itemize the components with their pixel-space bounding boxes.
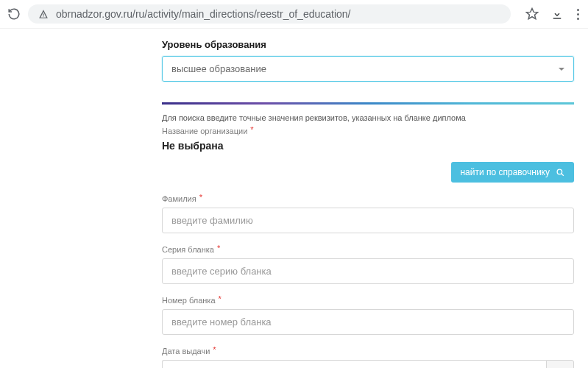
browser-toolbar: obrnadzor.gov.ru/ru/activity/main_direct…: [0, 0, 588, 29]
number-input[interactable]: [162, 309, 574, 335]
required-mark: *: [250, 125, 253, 134]
lookup-button-label: найти по справочнику: [460, 167, 550, 177]
section-divider: [162, 102, 574, 105]
date-label: Дата выдачи: [162, 347, 210, 355]
star-icon[interactable]: [525, 7, 539, 21]
calendar-button[interactable]: [546, 360, 574, 368]
series-label: Серия бланка: [162, 245, 214, 254]
toolbar-icons: [525, 7, 581, 21]
required-mark: *: [213, 345, 216, 354]
series-input[interactable]: [162, 258, 574, 284]
required-mark: *: [217, 244, 220, 252]
required-mark: *: [219, 294, 222, 303]
number-label: Номер бланка: [162, 296, 216, 305]
site-warning-icon: [38, 9, 49, 19]
education-level-label: Уровень образования: [162, 39, 574, 50]
reload-icon[interactable]: [7, 7, 21, 21]
organization-value: Не выбрана: [162, 140, 574, 152]
address-bar[interactable]: obrnadzor.gov.ru/ru/activity/main_direct…: [28, 4, 511, 24]
select-value: высшее образование: [171, 63, 559, 74]
download-icon[interactable]: [550, 7, 564, 21]
chevron-down-icon: [559, 68, 564, 71]
url-text: obrnadzor.gov.ru/ru/activity/main_direct…: [56, 8, 351, 20]
search-hint: Для поиска введите точные значения рекви…: [162, 113, 574, 122]
search-icon: [556, 168, 565, 177]
date-input[interactable]: [162, 360, 546, 368]
education-level-select[interactable]: высшее образование: [162, 56, 574, 82]
menu-icon[interactable]: [575, 7, 581, 21]
required-mark: *: [199, 193, 202, 202]
organization-label: Название организации: [162, 127, 247, 135]
lookup-directory-button[interactable]: найти по справочнику: [451, 162, 574, 183]
surname-input[interactable]: [162, 208, 574, 233]
svg-point-0: [557, 169, 562, 174]
surname-label: Фамилия: [162, 194, 196, 203]
